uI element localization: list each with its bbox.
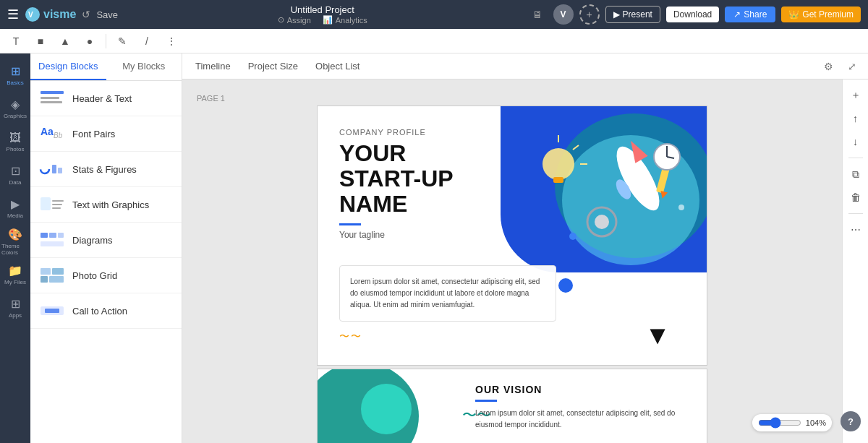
save-button[interactable]: Save — [96, 9, 118, 20]
panel-item-text-with-graphics[interactable]: Text with Graphics — [30, 187, 182, 223]
project-title: Untitled Project — [291, 4, 354, 15]
panel-item-photo-grid[interactable]: Photo Grid — [30, 258, 182, 293]
tab-timeline[interactable]: Timeline — [194, 61, 232, 72]
stats-label: Stats & Figures — [72, 164, 137, 175]
wave-chevron-1: 〜 — [339, 330, 349, 343]
company-profile-label: COMPANY PROFILE — [339, 128, 454, 137]
svg-rect-9 — [58, 168, 62, 173]
lorem-box[interactable]: Lorem ipsum dolor sit amet, consectetur … — [339, 265, 556, 322]
graphics-icon: ◈ — [11, 98, 20, 111]
font-pairs-icon: Aa Bb — [39, 124, 65, 144]
delete-button[interactable]: 🗑 — [846, 187, 866, 207]
duplicate-button[interactable]: ⧉ — [846, 164, 866, 184]
svg-point-33 — [595, 215, 609, 229]
cta-label: Call to Action — [72, 306, 127, 317]
sidebar-item-media[interactable]: ▶ Media — [1, 192, 29, 224]
panel-item-stats[interactable]: Stats & Figures — [30, 152, 182, 187]
pen-tool[interactable]: ✎ — [112, 31, 132, 51]
basics-label: Basics — [7, 79, 24, 86]
tab-design-blocks[interactable]: Design Blocks — [30, 53, 106, 80]
move-down-button[interactable]: ↓ — [846, 132, 866, 152]
canvas-area: PAGE 1 — [182, 79, 842, 443]
apps-label: Apps — [9, 312, 22, 319]
svg-rect-8 — [52, 165, 56, 173]
stats-icon — [39, 159, 65, 179]
settings-icon[interactable]: ⚙ — [824, 61, 833, 72]
download-button[interactable]: Download — [666, 7, 719, 22]
panel-item-font-pairs[interactable]: Aa Bb Font Pairs — [30, 116, 182, 152]
teal-circle — [361, 384, 412, 434]
svg-rect-21 — [49, 276, 64, 283]
page2-left-decoration — [318, 369, 462, 443]
circle-tool[interactable]: ● — [80, 31, 100, 51]
triangle-tool[interactable]: ▲ — [55, 31, 75, 51]
panel-item-diagrams[interactable]: Diagrams — [30, 223, 182, 258]
help-button[interactable]: ? — [841, 411, 861, 431]
rocket-illustration — [501, 106, 707, 272]
page1-text-content: COMPANY PROFILE YOUR START-UP NAME Your … — [339, 128, 454, 240]
svg-rect-14 — [41, 233, 48, 238]
svg-line-27 — [573, 145, 579, 150]
tagline: Your tagline — [339, 230, 454, 240]
more-options-button[interactable]: ⋯ — [846, 220, 866, 240]
media-label: Media — [7, 212, 23, 219]
top-bar-meta: ⊙ Assign 📊 Analytics — [278, 15, 367, 25]
right-toolbar: ＋ ↑ ↓ ⧉ 🗑 ⋯ — [842, 79, 868, 443]
assign-button[interactable]: ⊙ Assign — [278, 15, 311, 25]
zoom-in-button[interactable]: ＋ — [846, 85, 866, 106]
tab-my-blocks[interactable]: My Blocks — [106, 53, 182, 80]
svg-rect-15 — [49, 233, 56, 238]
svg-point-24 — [542, 148, 574, 180]
sidebar-item-photos[interactable]: 🖼 Photos — [1, 126, 29, 158]
svg-text:Bb: Bb — [54, 132, 63, 139]
sidebar-item-apps[interactable]: ⊞ Apps — [1, 292, 29, 324]
right-toolbar-divider — [848, 158, 863, 158]
page2-right-content: OUR VISION Lorem ipsum dolor sit amet, c… — [461, 369, 707, 443]
zoom-slider[interactable] — [758, 417, 801, 429]
sidebar-item-my-files[interactable]: 📁 My Files — [1, 259, 29, 291]
our-vision-label: OUR VISION — [475, 384, 692, 395]
zoom-value: 104% — [806, 418, 826, 427]
startup-name: YOUR START-UP NAME — [339, 141, 454, 218]
line-tool[interactable]: / — [137, 31, 157, 51]
analytics-button[interactable]: 📊 Analytics — [323, 15, 367, 25]
svg-point-39 — [569, 233, 576, 240]
monitor-icon-button[interactable]: 🖥 — [527, 4, 548, 25]
svg-point-7 — [41, 165, 49, 173]
canvas-page-1[interactable]: COMPANY PROFILE YOUR START-UP NAME Your … — [317, 106, 707, 366]
canvas-page-2[interactable]: 〜〜 OUR VISION Lorem ipsum dolor sit amet… — [317, 369, 707, 443]
svg-text:Aa: Aa — [41, 126, 54, 137]
arrow-down-icon: ▼ — [644, 320, 671, 350]
expand-icon[interactable]: ⤢ — [848, 61, 856, 72]
page-label: PAGE 1 — [197, 94, 225, 103]
tab-object-list[interactable]: Object List — [314, 61, 361, 72]
top-bar-left: ☰ V visme ↺ Save — [7, 7, 118, 22]
sidebar-item-graphics[interactable]: ◈ Graphics — [1, 93, 29, 124]
hamburger-icon[interactable]: ☰ — [7, 7, 19, 22]
page-resize-handle[interactable]: ⬩ ⬩ — [506, 362, 518, 366]
analytics-icon: 📊 — [323, 15, 333, 25]
text-tool[interactable]: T — [6, 31, 26, 51]
left-nav: ⊞ Basics ◈ Graphics 🖼 Photos ⊡ Data ▶ Me… — [0, 53, 30, 443]
font-pairs-label: Font Pairs — [72, 129, 115, 139]
visme-logo-icon: V — [25, 7, 41, 22]
more-tools[interactable]: ⋮ — [161, 31, 182, 51]
rect-tool[interactable]: ■ — [30, 31, 51, 51]
design-panel: Design Blocks My Blocks Header & Text — [30, 53, 182, 443]
move-up-button[interactable]: ↑ — [846, 108, 866, 129]
share-button[interactable]: ↗ Share — [725, 7, 775, 22]
add-collaborator-button[interactable]: + — [579, 4, 600, 25]
sidebar-item-basics[interactable]: ⊞ Basics — [1, 59, 29, 91]
present-button[interactable]: ▶ Present — [605, 6, 660, 23]
secondary-toolbar: Timeline Project Size Object List ⚙ ⤢ — [182, 53, 868, 79]
sidebar-item-theme-colors[interactable]: 🎨 Theme Colors — [1, 225, 29, 257]
data-icon: ⊡ — [11, 164, 20, 178]
undo-icon[interactable]: ↺ — [82, 9, 90, 20]
sidebar-item-data[interactable]: ⊡ Data — [1, 159, 29, 191]
panel-item-call-to-action[interactable]: Call to Action — [30, 293, 182, 329]
tab-project-size[interactable]: Project Size — [247, 61, 299, 72]
svg-rect-25 — [553, 177, 563, 183]
get-premium-button[interactable]: 👑 Get Premium — [781, 7, 861, 22]
svg-rect-16 — [58, 233, 64, 238]
panel-item-header-text[interactable]: Header & Text — [30, 81, 182, 116]
